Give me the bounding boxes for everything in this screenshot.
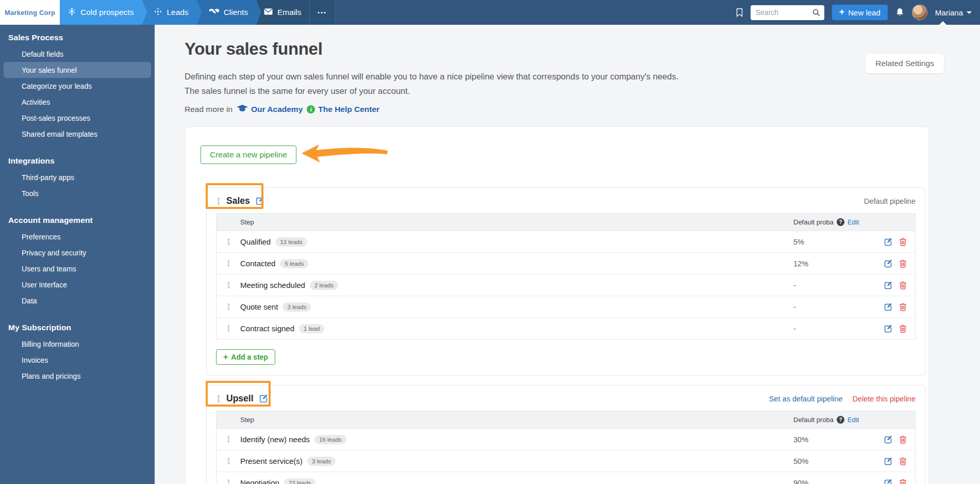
set-default-pipeline-link[interactable]: Set as default pipeline	[769, 395, 843, 403]
step-name: Contacted	[240, 259, 275, 268]
sidebar-item-user-interface[interactable]: User Interface	[0, 277, 155, 293]
edit-step-icon[interactable]	[884, 303, 892, 311]
pipeline-upsell: Upsell Set as default pipeline Delete th…	[206, 385, 925, 484]
sidebar-section-title: Integrations	[0, 151, 155, 169]
search-box	[751, 5, 824, 20]
delete-step-icon[interactable]	[899, 325, 907, 333]
table-row: Negotiation23 leads 90%	[217, 472, 915, 484]
page-title: Your sales funnel	[185, 39, 980, 59]
edit-proba-link[interactable]: Edit	[848, 416, 859, 424]
drag-handle-icon[interactable]	[226, 479, 231, 484]
leads-count-badge: 1 lead	[299, 324, 324, 333]
envelope-icon	[264, 8, 273, 17]
related-settings-button[interactable]: Related Settings	[866, 54, 944, 73]
step-name: Present service(s)	[240, 457, 303, 465]
sidebar-item-preferences[interactable]: Preferences	[0, 229, 155, 245]
graduation-cap-icon	[237, 105, 248, 114]
avatar[interactable]	[912, 5, 927, 20]
sidebar-item-plans-and-pricings[interactable]: Plans and pricings	[0, 368, 155, 384]
user-menu[interactable]: Mariana	[935, 8, 972, 17]
edit-step-icon[interactable]	[884, 435, 892, 444]
edit-step-icon[interactable]	[884, 479, 892, 484]
search-icon[interactable]	[812, 9, 820, 19]
move-arrows-icon	[154, 8, 162, 18]
sidebar-item-post-sales-processes[interactable]: Post-sales processes	[0, 110, 155, 126]
new-lead-button[interactable]: + New lead	[832, 5, 888, 20]
delete-pipeline-link[interactable]: Delete this pipeline	[852, 395, 916, 403]
create-pipeline-row: Create a new pipeline	[201, 143, 925, 166]
sidebar-section-title: Account management	[0, 211, 155, 229]
steps-table-header: Step Default proba ? Edit	[217, 214, 915, 231]
leads-count-badge: 3 leads	[283, 302, 311, 312]
sidebar-section-title: My Subscription	[0, 318, 155, 336]
help-question-icon[interactable]: ?	[837, 218, 844, 226]
table-row: Qualified13 leads 5%	[217, 231, 915, 252]
edit-step-icon[interactable]	[884, 281, 892, 289]
sidebar-section-sales-process: Sales Process Default fields Your sales …	[0, 28, 155, 142]
drag-handle-icon[interactable]	[226, 457, 231, 465]
info-icon: i	[307, 105, 315, 114]
edit-step-icon[interactable]	[884, 325, 892, 333]
academy-link[interactable]: Our Academy	[237, 105, 303, 114]
bookmark-icon[interactable]	[736, 8, 743, 17]
edit-pipeline-icon[interactable]	[256, 197, 264, 205]
create-pipeline-button[interactable]: Create a new pipeline	[201, 146, 296, 164]
sidebar-item-tools[interactable]: Tools	[0, 185, 155, 201]
delete-step-icon[interactable]	[899, 260, 907, 268]
sidebar-item-activities[interactable]: Activities	[0, 94, 155, 110]
table-row: Contacted5 leads 12%	[217, 252, 915, 274]
add-step-button[interactable]: + Add a step	[216, 349, 275, 365]
drag-handle-icon[interactable]	[216, 197, 221, 205]
read-more-line: Read more in Our Academy i The Help Cent…	[185, 105, 980, 114]
sidebar-item-billing-information[interactable]: Billing Information	[0, 336, 155, 352]
sidebar-item-users-and-teams[interactable]: Users and teams	[0, 261, 155, 277]
delete-step-icon[interactable]	[899, 303, 907, 311]
edit-step-icon[interactable]	[884, 238, 892, 246]
sidebar-item-data[interactable]: Data	[0, 293, 155, 309]
drag-handle-icon[interactable]	[226, 303, 231, 311]
help-question-icon[interactable]: ?	[837, 416, 844, 424]
more-tabs-button[interactable]: ...	[309, 0, 335, 25]
steps-table: Step Default proba ? Edit Identify (new)…	[216, 411, 916, 484]
leads-count-badge: 3 leads	[307, 457, 336, 466]
edit-step-icon[interactable]	[884, 457, 892, 465]
leads-count-badge: 23 leads	[284, 478, 315, 484]
pipeline-sales: Sales Default pipeline Step Default prob…	[206, 187, 925, 376]
tab-leads[interactable]: Leads	[142, 0, 202, 25]
tab-clients[interactable]: Clients	[197, 0, 261, 25]
edit-step-icon[interactable]	[884, 260, 892, 268]
drag-handle-icon[interactable]	[226, 238, 231, 246]
bell-icon[interactable]	[895, 8, 904, 17]
sidebar-item-third-party-apps[interactable]: Third-party apps	[0, 169, 155, 185]
drag-handle-icon[interactable]	[226, 260, 231, 267]
handshake-icon	[209, 8, 219, 17]
help-center-link[interactable]: i The Help Center	[307, 105, 379, 114]
sidebar-item-invoices[interactable]: Invoices	[0, 352, 155, 368]
drag-handle-icon[interactable]	[226, 435, 231, 443]
delete-step-icon[interactable]	[899, 457, 907, 465]
tab-cold-prospects[interactable]: Cold prospects	[60, 0, 147, 25]
delete-step-icon[interactable]	[899, 479, 907, 484]
step-name: Qualified	[240, 237, 271, 246]
drag-handle-icon[interactable]	[216, 395, 221, 403]
table-row: Present service(s)3 leads 50%	[217, 450, 915, 472]
delete-step-icon[interactable]	[899, 238, 907, 246]
edit-pipeline-icon[interactable]	[259, 394, 268, 403]
leads-count-badge: 16 leads	[314, 435, 346, 444]
funnel-card: Create a new pipeline Sales Default pipe…	[185, 126, 929, 484]
plus-icon: +	[839, 7, 845, 17]
delete-step-icon[interactable]	[899, 281, 907, 289]
edit-proba-link[interactable]: Edit	[848, 218, 859, 226]
drag-handle-icon[interactable]	[226, 325, 231, 332]
sidebar-item-categorize-your-leads[interactable]: Categorize your leads	[0, 78, 155, 94]
tab-emails[interactable]: Emails	[256, 0, 309, 25]
steps-table: Step Default proba ? Edit Qualified13 le…	[216, 213, 916, 340]
sidebar-item-shared-email-templates[interactable]: Shared email templates	[0, 126, 155, 142]
account-logo[interactable]: Marketing Corp	[0, 0, 60, 25]
step-column-header: Step	[240, 416, 793, 424]
delete-step-icon[interactable]	[899, 435, 907, 444]
sidebar-item-default-fields[interactable]: Default fields	[0, 46, 155, 62]
sidebar-item-privacy-and-security[interactable]: Privacy and security	[0, 245, 155, 261]
drag-handle-icon[interactable]	[226, 281, 231, 289]
sidebar-item-your-sales-funnel[interactable]: Your sales funnel	[4, 62, 151, 78]
